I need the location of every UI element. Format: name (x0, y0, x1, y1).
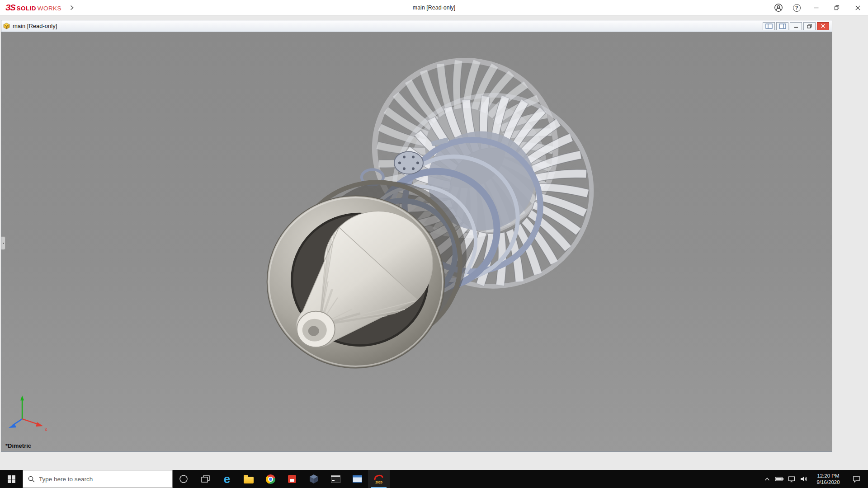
chrome-icon[interactable] (259, 470, 281, 488)
help-icon[interactable]: ? (788, 0, 806, 15)
task-view-icon[interactable] (194, 470, 216, 488)
document-titlebar[interactable]: main [Read-only] (1, 20, 832, 32)
app-titlebar-controls: ? (769, 0, 868, 15)
show-desktop-button[interactable] (866, 470, 868, 488)
speaker-icon[interactable] (797, 470, 810, 488)
windows-logo-icon (8, 475, 15, 483)
red-app-icon[interactable] (281, 470, 303, 488)
app-titlebar: ЗS SOLID WORKS main [Read-only] ? (0, 0, 868, 16)
clock-time: 12:20 PM (817, 473, 839, 479)
edge-icon[interactable]: e (216, 470, 238, 488)
feature-panel-collapse-tab[interactable] (1, 236, 5, 250)
windows-taskbar: e 2020 (0, 470, 868, 488)
taskbar-search[interactable] (23, 470, 173, 488)
search-input[interactable] (39, 476, 167, 483)
3d-viewport[interactable]: x *Dimetric (1, 32, 832, 451)
doc-restore-button[interactable] (803, 22, 816, 30)
document-window-buttons (763, 22, 830, 30)
start-button[interactable] (0, 470, 23, 488)
brand-solid-text: SOLID (17, 5, 36, 12)
system-tray: 12:20 PM 9/16/2020 (761, 470, 868, 488)
document-window: main [Read-only] (1, 20, 832, 452)
taskbar-clock[interactable]: 12:20 PM 9/16/2020 (810, 470, 847, 488)
battery-icon[interactable] (773, 470, 785, 488)
window-app-icon[interactable] (346, 470, 368, 488)
search-icon (28, 476, 35, 483)
assembly-cube-icon (3, 23, 10, 29)
help-glyph: ? (795, 5, 798, 10)
screen: ЗS SOLID WORKS main [Read-only] ? (0, 0, 868, 488)
pane-left-toggle-icon[interactable] (763, 22, 775, 30)
brand-works-text: WORKS (38, 5, 61, 12)
doc-close-button[interactable] (817, 22, 829, 30)
cortana-icon[interactable] (173, 470, 194, 488)
view-orientation-label: *Dimetric (5, 442, 31, 449)
edge-glyph: e (224, 473, 230, 485)
document-title: main [Read-only] (13, 23, 57, 29)
solidworks-taskbar-icon[interactable]: 2020 (368, 470, 390, 488)
menu-expand-chevron-icon[interactable] (68, 3, 76, 13)
doc-minimize-button[interactable] (790, 22, 802, 30)
tray-overflow-chevron-icon[interactable] (761, 470, 773, 488)
pane-right-toggle-icon[interactable] (776, 22, 788, 30)
clock-date: 9/16/2020 (816, 479, 840, 485)
app-minimize-button[interactable] (806, 0, 826, 15)
solidworks-logo-mark-icon: ЗS (5, 3, 15, 13)
terminal-app-icon[interactable] (325, 470, 346, 488)
network-icon[interactable] (785, 470, 797, 488)
solidworks-logo: ЗS SOLID WORKS (0, 3, 61, 13)
action-center-icon[interactable] (847, 470, 866, 488)
account-icon[interactable] (769, 0, 788, 15)
3d-viewport-canvas[interactable]: x (1, 32, 832, 451)
file-explorer-icon[interactable] (238, 470, 259, 488)
solidworks-swirl-icon (374, 474, 384, 480)
app-restore-button[interactable] (826, 0, 847, 15)
solidworks-year-badge: 2020 (375, 481, 382, 484)
app-title: main [Read-only] (413, 5, 456, 11)
cube-viewer-app-icon[interactable] (303, 470, 325, 488)
app-close-button[interactable] (847, 0, 868, 15)
triad-x-label: x (45, 427, 47, 432)
